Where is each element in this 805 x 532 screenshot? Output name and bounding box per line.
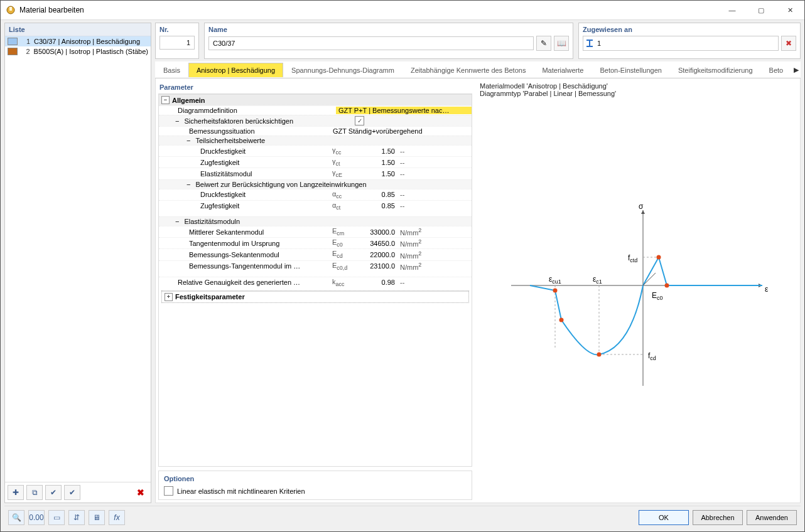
collapse-icon[interactable]: − <box>161 96 170 104</box>
svg-point-13 <box>597 353 602 357</box>
nr-field-group: Nr. <box>155 23 199 59</box>
apply-all-button[interactable]: ✔ <box>64 485 80 500</box>
row-design-situation[interactable]: Bemessungssituation GZT Ständig+vorüberg… <box>159 126 472 136</box>
row-relative-accuracy[interactable]: Relative Genauigkeit des generierten … k… <box>159 277 472 288</box>
row-ecm[interactable]: Mittlerer Sekantenmodul Ecm 33000.0N/mm2 <box>159 226 472 237</box>
new-item-button[interactable]: ✚ <box>8 485 24 500</box>
list-item-number: 1 <box>21 38 30 45</box>
list-item-label: B500S(A) | Isotrop | Plastisch (Stäbe) <box>34 48 148 55</box>
list-header: Liste <box>5 23 151 36</box>
view-button[interactable]: ▭ <box>48 510 65 525</box>
list-item[interactable]: 1 C30/37 | Anisotrop | Beschädigung <box>5 36 151 46</box>
clear-assignment-button[interactable]: ✖ <box>781 36 796 51</box>
list-item-number: 2 <box>21 48 30 55</box>
color-swatch <box>8 38 18 45</box>
row-safety-factors[interactable]: − Sicherheitsfaktoren berücksichtigen ✓ <box>159 115 472 126</box>
tab-stiffness-mod[interactable]: Steifigkeitsmodifizierung <box>670 63 761 77</box>
close-button[interactable]: ✕ <box>775 1 804 19</box>
expand-icon[interactable]: + <box>165 293 173 301</box>
diagram-panel: Materialmodell 'Anisotrop | Beschädigung… <box>476 81 797 500</box>
stress-strain-diagram: σ ε <box>499 198 775 398</box>
tab-stress-strain[interactable]: Spannungs-Dehnungs-Diagramm <box>283 63 403 77</box>
cancel-button[interactable]: Abbrechen <box>693 510 743 525</box>
ibeam-icon <box>586 40 593 47</box>
options-panel: Optionen Linear elastisch mit nichtlinea… <box>158 471 472 500</box>
svg-point-12 <box>559 318 564 322</box>
svg-text:Ec0: Ec0 <box>652 291 663 301</box>
library-button[interactable]: 📖 <box>554 36 569 51</box>
dialog-footer: 🔍 0.00 ▭ ⇵ 🖥 fx OK Abbrechen Anwenden <box>4 506 801 529</box>
svg-point-14 <box>657 255 661 260</box>
collapse-icon[interactable]: − <box>186 181 190 188</box>
apply-button[interactable]: Anwenden <box>747 510 797 525</box>
maximize-button[interactable]: ▢ <box>747 1 775 19</box>
collapse-icon[interactable]: − <box>175 117 179 125</box>
apply-button[interactable]: ✔ <box>45 485 62 500</box>
units-button[interactable]: 0.00 <box>28 510 45 525</box>
row-ecd[interactable]: Bemessungs-Sekantenmodul Ecd 22000.0N/mm… <box>159 248 472 260</box>
assigned-to-group: Zugewiesen an 1 ✖ <box>578 23 801 59</box>
window-title: Material bearbeiten <box>19 6 718 14</box>
name-input[interactable] <box>208 36 534 50</box>
svg-text:σ: σ <box>639 202 644 211</box>
row-emoduli-group[interactable]: − Elastizitätsmoduln <box>159 216 472 226</box>
diagram-title-2: Diagrammtyp 'Parabel | Linear | Bemessun… <box>480 90 794 97</box>
tab-basis[interactable]: Basis <box>155 63 188 77</box>
row-alpha-cc[interactable]: Druckfestigkeit αcc 0.85-- <box>159 189 472 200</box>
tab-concrete-settings[interactable]: Beton-Einstellungen <box>592 63 669 77</box>
tab-material-values[interactable]: Materialwerte <box>534 63 592 77</box>
nr-input[interactable] <box>159 36 195 50</box>
svg-text:ε: ε <box>765 285 769 294</box>
row-tensile-strength[interactable]: Zugfestigkeit γct 1.50-- <box>159 156 472 168</box>
sort-button[interactable]: ⇵ <box>68 510 85 525</box>
titlebar: Material bearbeiten — ▢ ✕ <box>1 1 804 20</box>
collapse-icon[interactable]: − <box>186 137 190 144</box>
parameter-tree[interactable]: −Allgemein Diagrammdefinition GZT P+T | … <box>158 93 472 467</box>
assigned-to-display[interactable]: 1 <box>583 36 779 51</box>
formula-button[interactable]: fx <box>109 510 125 525</box>
svg-text:fcd: fcd <box>648 351 656 361</box>
name-label: Name <box>208 24 569 36</box>
copy-item-button[interactable]: ⧉ <box>26 485 43 500</box>
app-icon <box>6 5 16 15</box>
group-strength-params[interactable]: +Festigkeitsparameter <box>162 291 468 302</box>
display-button[interactable]: 🖥 <box>89 510 105 525</box>
name-field-group: Name ✎ 📖 <box>204 23 573 59</box>
row-partial-safety[interactable]: − Teilsicherheitsbeiwerte <box>159 136 472 145</box>
row-diagram-definition[interactable]: Diagrammdefinition GZT P+T | Bemessungsw… <box>159 105 472 115</box>
color-swatch <box>8 48 18 55</box>
row-ec0[interactable]: Tangentenmodul im Ursprung Ec0 34650.0N/… <box>159 237 472 248</box>
delete-item-button[interactable]: ✖ <box>133 486 148 499</box>
svg-text:fctd: fctd <box>628 253 637 263</box>
svg-rect-1 <box>9 7 12 11</box>
edit-name-button[interactable]: ✎ <box>536 36 551 51</box>
row-emodulus[interactable]: Elastizitätsmodul γcE 1.50-- <box>159 168 472 179</box>
svg-point-11 <box>553 289 558 293</box>
material-list-pane: Liste 1 C30/37 | Anisotrop | Beschädigun… <box>4 23 151 503</box>
options-header: Optionen <box>164 475 467 486</box>
svg-text:εc1: εc1 <box>593 275 602 285</box>
collapse-icon[interactable]: − <box>175 218 179 225</box>
list-item-label: C30/37 | Anisotrop | Beschädigung <box>34 38 140 45</box>
row-ec0d[interactable]: Bemessungs-Tangentenmodul im … Ec0,d 231… <box>159 260 472 272</box>
tab-overflow[interactable]: Beto <box>761 63 792 77</box>
assigned-to-value: 1 <box>597 40 601 47</box>
tab-scroll-right[interactable]: ▶ <box>791 66 801 74</box>
parameter-header: Parameter <box>158 81 472 93</box>
tab-bar: Basis Anisotrop | Beschädigung Spannungs… <box>155 61 801 78</box>
tab-anisotrop[interactable]: Anisotrop | Beschädigung <box>188 63 283 77</box>
tab-time-dependent[interactable]: Zeitabhängige Kennwerte des Betons <box>403 63 534 77</box>
list-item[interactable]: 2 B500S(A) | Isotrop | Plastisch (Stäbe) <box>5 46 151 56</box>
row-alpha-ct[interactable]: Zugfestigkeit αct 0.85-- <box>159 200 472 211</box>
minimize-button[interactable]: — <box>718 1 747 19</box>
svg-text:εcu1: εcu1 <box>549 275 561 285</box>
row-compressive-strength[interactable]: Druckfestigkeit γcc 1.50-- <box>159 145 472 156</box>
group-allgemein[interactable]: −Allgemein <box>159 94 472 105</box>
safety-factors-checkbox[interactable]: ✓ <box>355 116 364 125</box>
nr-label: Nr. <box>159 24 195 36</box>
linear-elastic-option[interactable]: Linear elastisch mit nichtlinearen Krite… <box>164 486 467 496</box>
row-longterm-factor[interactable]: − Beiwert zur Berücksichtigung von Langz… <box>159 179 472 189</box>
help-button[interactable]: 🔍 <box>8 510 24 525</box>
linear-elastic-checkbox[interactable] <box>164 486 173 496</box>
ok-button[interactable]: OK <box>639 510 689 525</box>
